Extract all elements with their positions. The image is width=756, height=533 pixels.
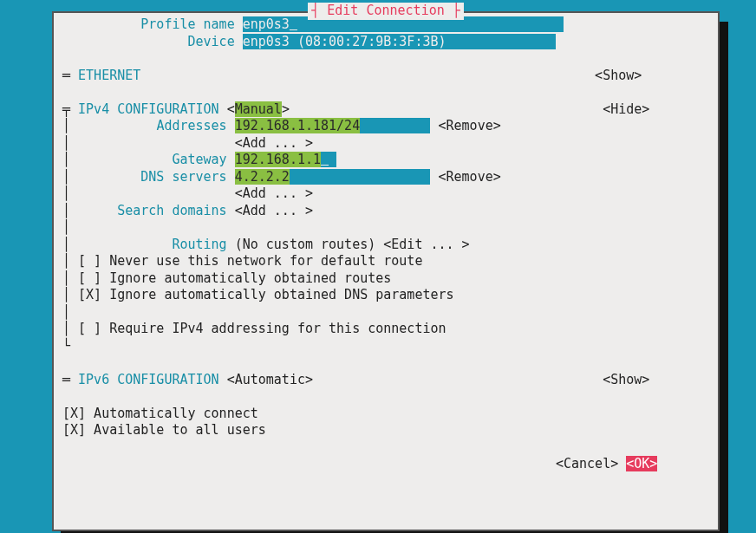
ipv6-section-header: ═ IPv6 CONFIGURATION <Automatic> <Show> xyxy=(62,372,709,389)
ipv6-label: IPv6 CONFIGURATION xyxy=(78,372,219,387)
button-row: <Cancel> <OK> xyxy=(62,456,709,473)
ipv4-mode-select[interactable]: <Manual> xyxy=(227,101,290,117)
ethernet-section: ═ ETHERNET <Show> xyxy=(62,68,709,85)
checkbox-never-default[interactable]: [ ] Never use this network for default r… xyxy=(78,253,422,269)
checkbox-ignore-routes[interactable]: [ ] Ignore automatically obtained routes xyxy=(78,270,391,286)
search-domains-label: Search domains xyxy=(117,203,226,218)
dns-input[interactable]: 4.2.2.2 xyxy=(235,169,431,185)
ipv4-hide-button[interactable]: <Hide> xyxy=(603,101,649,117)
checkbox-require-ipv4[interactable]: [ ] Require IPv4 addressing for this con… xyxy=(78,321,446,336)
dialog-frame: ┤ Edit Connection ├ Profile name enp0s3 … xyxy=(52,11,720,531)
profile-name-row: Profile name enp0s3 xyxy=(62,16,709,34)
gateway-label: Gateway xyxy=(172,152,226,167)
ethernet-label: ETHERNET xyxy=(78,68,140,83)
profile-name-input[interactable]: enp0s3 xyxy=(243,16,564,32)
addresses-label: Addresses xyxy=(156,118,226,133)
cancel-button[interactable]: <Cancel> xyxy=(556,456,618,471)
checkbox-ignore-dns[interactable]: [X] Ignore automatically obtained DNS pa… xyxy=(78,287,453,302)
routing-value: (No custom routes) xyxy=(235,237,376,252)
ipv6-mode-select[interactable]: <Automatic> xyxy=(227,372,313,387)
address-add-button[interactable]: <Add ... > xyxy=(235,135,313,151)
device-label: Device xyxy=(188,34,235,49)
profile-name-label: Profile name xyxy=(140,16,234,32)
routing-label: Routing xyxy=(172,237,226,252)
dns-add-button[interactable]: <Add ... > xyxy=(235,185,313,201)
device-input[interactable]: enp0s3 (08:00:27:9B:3F:3B) xyxy=(243,34,556,49)
ethernet-show-button[interactable]: <Show> xyxy=(595,68,642,83)
ipv4-section-header: ╤ IPv4 CONFIGURATION <Manual> <Hide> xyxy=(62,101,709,119)
ipv6-show-button[interactable]: <Show> xyxy=(603,372,649,387)
ipv4-label: IPv4 CONFIGURATION xyxy=(78,101,219,117)
gateway-input[interactable]: 192.168.1.1 xyxy=(235,152,336,167)
checkbox-all-users[interactable]: [X] Available to all users xyxy=(62,422,266,438)
dns-label: DNS servers xyxy=(140,169,226,185)
address-input[interactable]: 192.168.1.181/24 xyxy=(235,118,431,133)
search-domains-add-button[interactable]: <Add ... > xyxy=(235,203,313,218)
checkbox-auto-connect[interactable]: [X] Automatically connect xyxy=(62,406,258,421)
dns-remove-button[interactable]: <Remove> xyxy=(439,169,501,185)
device-row: Device enp0s3 (08:00:27:9B:3F:3B) xyxy=(62,34,709,51)
routing-edit-button[interactable]: <Edit ... > xyxy=(383,237,469,252)
address-remove-button[interactable]: <Remove> xyxy=(439,118,501,133)
ok-button[interactable]: <OK> xyxy=(626,456,657,471)
